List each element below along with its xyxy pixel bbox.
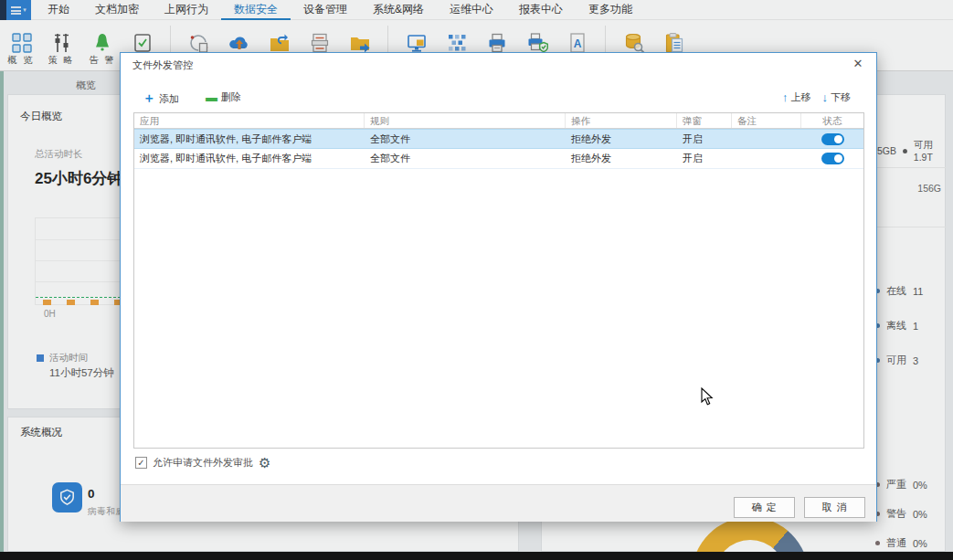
move-down-label: 下移	[831, 90, 851, 104]
toggle-knob	[834, 154, 842, 163]
mouse-cursor	[701, 387, 715, 407]
cell-action: 拒绝外发	[566, 152, 677, 165]
ok-button[interactable]: 确 定	[734, 497, 795, 518]
subtitle-bar	[0, 552, 953, 560]
col-header-remark[interactable]: 备注	[732, 113, 801, 128]
approval-checkbox-checked[interactable]: ✓	[135, 457, 147, 469]
move-down-button[interactable]: ↓ 下移	[822, 90, 852, 104]
status-toggle-on[interactable]	[821, 153, 844, 164]
delete-label: 删除	[221, 90, 241, 104]
cancel-button[interactable]: 取 消	[804, 497, 865, 518]
delete-button[interactable]: ▬ 删除	[206, 90, 241, 104]
cell-app: 浏览器, 即时通讯软件, 电子邮件客户端	[134, 152, 365, 165]
table-row[interactable]: 浏览器, 即时通讯软件, 电子邮件客户端 全部文件 拒绝外发 开启	[134, 149, 863, 169]
col-header-action[interactable]: 操作	[566, 113, 677, 128]
minus-icon: ▬	[206, 90, 217, 104]
plus-icon: ＋	[143, 90, 155, 107]
dialog-title: 文件外发管控	[132, 58, 193, 72]
cell-status	[801, 153, 863, 164]
add-button[interactable]: ＋ 添加	[143, 90, 179, 107]
cell-action: 拒绝外发	[566, 132, 677, 146]
cell-status	[801, 133, 863, 145]
status-toggle-on[interactable]	[821, 133, 844, 145]
table-row[interactable]: 浏览器, 即时通讯软件, 电子邮件客户端 全部文件 拒绝外发 开启	[134, 129, 863, 149]
table-header-row: 应用 规则 操作 弹窗 备注 状态	[134, 113, 863, 129]
cell-popup: 开启	[677, 152, 732, 165]
arrow-down-icon: ↓	[822, 90, 829, 104]
dialog-footer: 确 定 取 消	[121, 484, 876, 522]
gear-icon[interactable]: ⚙	[259, 457, 270, 469]
move-up-label: 上移	[791, 90, 811, 104]
cell-rule: 全部文件	[365, 132, 566, 146]
file-outgoing-control-dialog: 文件外发管控 ✕ ＋ 添加 ▬ 删除 ↑ 上移 ↓ 下移 应用 规则 操作	[120, 52, 877, 522]
approval-option: ✓ 允许申请文件外发审批 ⚙	[135, 456, 270, 470]
col-header-status[interactable]: 状态	[801, 113, 863, 128]
rules-table: 应用 规则 操作 弹窗 备注 状态 浏览器, 即时通讯软件, 电子邮件客户端 全…	[133, 112, 864, 449]
col-header-popup[interactable]: 弹窗	[677, 113, 732, 128]
cell-popup: 开启	[677, 132, 732, 146]
cell-rule: 全部文件	[365, 152, 566, 165]
screen: 概览 今日概览 总活动时长 25小时6分钟 0H 活动时间 11小时57分钟 系…	[0, 0, 953, 560]
approval-label: 允许申请文件外发审批	[153, 456, 253, 470]
cell-app: 浏览器, 即时通讯软件, 电子邮件客户端	[134, 132, 365, 146]
arrow-up-icon: ↑	[782, 90, 789, 104]
toggle-knob	[834, 135, 842, 143]
col-header-rule[interactable]: 规则	[365, 113, 566, 128]
move-up-button[interactable]: ↑ 上移	[782, 90, 811, 104]
col-header-app[interactable]: 应用	[134, 113, 365, 128]
close-icon[interactable]: ✕	[850, 56, 866, 72]
add-label: 添加	[159, 92, 179, 106]
